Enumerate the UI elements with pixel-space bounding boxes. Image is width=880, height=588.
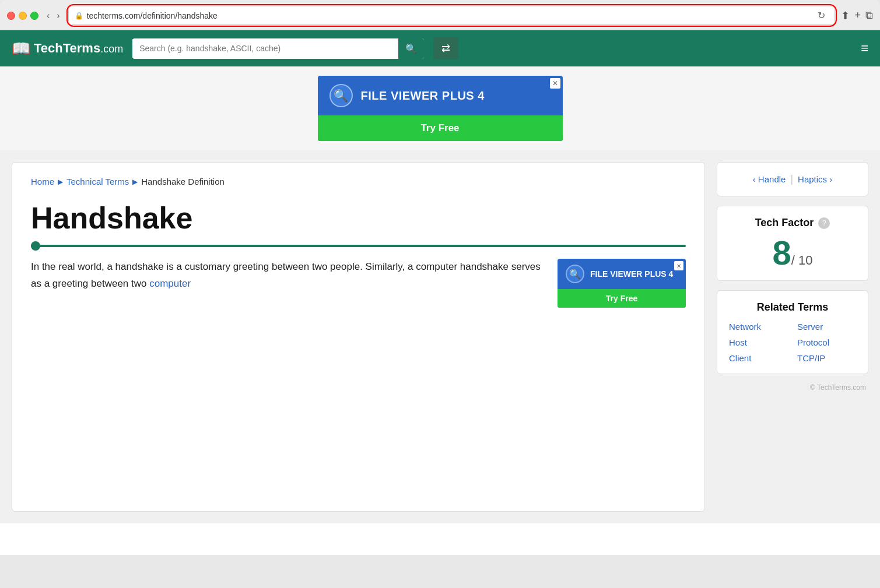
inline-ad-body: 🔍 FILE VIEWER PLUS 4 (558, 259, 686, 289)
browser-toolbar-right: ⬆ + ⧉ (841, 9, 873, 22)
nav-next-link[interactable]: Haptics › (798, 174, 832, 184)
term-text: In the real world, a handshake is a cust… (31, 259, 546, 293)
hamburger-button[interactable]: ≡ (861, 41, 868, 56)
minimize-button[interactable] (19, 12, 27, 20)
tech-factor-header: Tech Factor ? (729, 217, 856, 229)
nav-separator: | (790, 173, 793, 185)
divider-fill (31, 245, 686, 247)
breadcrumb-current: Handshake Definition (141, 177, 225, 186)
main-layout: Home ▶ Technical Terms ▶ Handshake Defin… (0, 150, 880, 523)
term-body-link[interactable]: computer (149, 278, 191, 289)
logo-book-icon: 📖 (12, 40, 30, 58)
page-wrapper: 📖 TechTerms.com 🔍 ⇄ ≡ ✕ 🔍 FILE VIEWER PL… (0, 30, 880, 555)
tabs-button[interactable]: ⧉ (865, 9, 873, 22)
sidebar: ‹ Handle | Haptics › Tech Factor ? 8/ 10 (717, 150, 880, 523)
top-ad-banner: ✕ 🔍 FILE VIEWER PLUS 4 Try Free (318, 76, 563, 141)
breadcrumb-arrow-1: ▶ (58, 178, 63, 186)
tech-factor-denom: / 10 (791, 253, 813, 267)
term-title: Handshake (31, 200, 686, 235)
tech-factor-score: 8 (773, 234, 791, 272)
inline-ad-title: FILE VIEWER PLUS 4 (590, 269, 673, 279)
nav-next-arrow: › (829, 174, 832, 184)
term-body: In the real world, a handshake is a cust… (31, 259, 686, 308)
reload-button[interactable]: ↻ (814, 9, 829, 22)
term-text-part1: In the real world, a handshake is a cust… (31, 261, 541, 289)
top-ad-container: ✕ 🔍 FILE VIEWER PLUS 4 Try Free (0, 66, 880, 150)
inline-ad: ✕ 🔍 FILE VIEWER PLUS 4 Try Free (558, 259, 686, 308)
site-logo: 📖 TechTerms.com (12, 40, 123, 58)
browser-nav-buttons: ‹ › (44, 9, 62, 22)
related-term-host[interactable]: Host (729, 337, 788, 347)
lock-icon: 🔒 (75, 12, 83, 20)
inline-ad-cta-button[interactable]: Try Free (558, 289, 686, 308)
nav-prev-arrow: ‹ (753, 174, 756, 184)
forward-button[interactable]: › (54, 9, 62, 22)
related-term-tcpip[interactable]: TCP/IP (797, 353, 856, 363)
related-term-protocol[interactable]: Protocol (797, 337, 856, 347)
sidebar-nav-card: ‹ Handle | Haptics › (717, 162, 868, 196)
browser-titlebar: ‹ › 🔒 techterms.com/definition/handshake… (7, 6, 873, 25)
tech-factor-title: Tech Factor (755, 217, 814, 229)
breadcrumb-arrow-2: ▶ (132, 178, 138, 186)
content-card: Home ▶ Technical Terms ▶ Handshake Defin… (12, 162, 705, 512)
close-button[interactable] (7, 12, 15, 20)
inline-ad-close-button[interactable]: ✕ (674, 261, 683, 270)
maximize-button[interactable] (30, 12, 38, 20)
related-terms-title: Related Terms (729, 301, 856, 314)
top-ad-body: 🔍 FILE VIEWER PLUS 4 (318, 76, 563, 115)
related-term-client[interactable]: Client (729, 353, 788, 363)
new-tab-button[interactable]: + (854, 9, 861, 22)
search-bar: 🔍 (132, 38, 424, 59)
help-icon[interactable]: ? (818, 217, 830, 229)
breadcrumb: Home ▶ Technical Terms ▶ Handshake Defin… (31, 177, 686, 186)
share-button[interactable]: ⬆ (841, 9, 850, 22)
term-divider (31, 245, 686, 247)
related-terms-card: Related Terms Network Server Host Protoc… (717, 290, 868, 374)
back-button[interactable]: ‹ (44, 9, 52, 22)
top-ad-close-button[interactable]: ✕ (550, 78, 560, 89)
traffic-lights (7, 12, 38, 20)
breadcrumb-home-link[interactable]: Home (31, 177, 54, 186)
logo-brand: TechTerms (34, 41, 100, 55)
nav-prev-link[interactable]: ‹ Handle (753, 174, 786, 184)
related-term-network[interactable]: Network (729, 322, 788, 332)
site-header: 📖 TechTerms.com 🔍 ⇄ ≡ (0, 30, 880, 66)
divider-dot (31, 241, 40, 251)
logo-text: TechTerms.com (34, 41, 123, 56)
related-terms-grid: Network Server Host Protocol Client TCP/… (729, 322, 856, 363)
search-input[interactable] (132, 39, 398, 58)
tech-factor-card: Tech Factor ? 8/ 10 (717, 206, 868, 281)
sidebar-footer: © TechTerms.com (717, 383, 868, 392)
inline-ad-icon: 🔍 (566, 265, 584, 283)
related-term-server[interactable]: Server (797, 322, 856, 332)
nav-next-label: Haptics (798, 174, 827, 184)
tech-factor-score-row: 8/ 10 (729, 236, 856, 270)
shuffle-button[interactable]: ⇄ (433, 37, 458, 59)
top-ad-title: FILE VIEWER PLUS 4 (361, 89, 485, 103)
top-ad-icon: 🔍 (329, 84, 353, 107)
nav-prev-label: Handle (758, 174, 786, 184)
breadcrumb-category-link[interactable]: Technical Terms (66, 177, 129, 186)
logo-suffix: .com (100, 43, 123, 55)
address-text: techterms.com/definition/handshake (87, 11, 815, 20)
search-button[interactable]: 🔍 (398, 38, 424, 59)
address-bar-container[interactable]: 🔒 techterms.com/definition/handshake ↻ (68, 6, 836, 25)
top-ad-cta-button[interactable]: Try Free (318, 115, 563, 141)
browser-chrome: ‹ › 🔒 techterms.com/definition/handshake… (0, 0, 880, 30)
